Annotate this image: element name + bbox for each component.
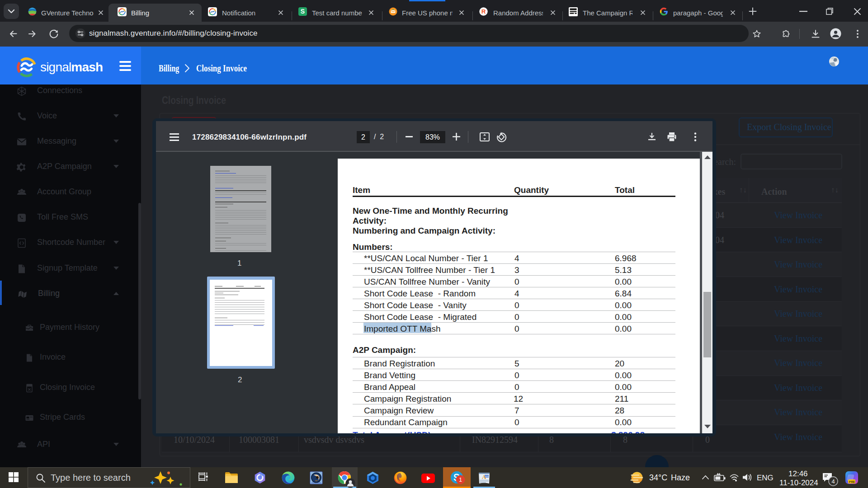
svg-text:PRE: PRE [849,480,855,483]
svg-text:1: 1 [459,476,462,483]
svg-text:R: R [481,8,486,15]
svg-text:4: 4 [831,478,835,485]
